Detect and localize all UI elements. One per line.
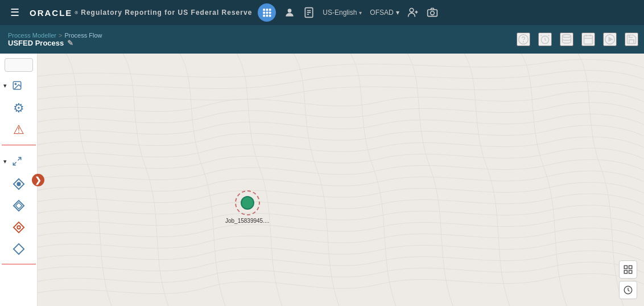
alarm-icon-button[interactable] (538, 32, 552, 46)
canvas-area[interactable]: Job_15839945.... (38, 54, 644, 306)
canvas-controls (619, 260, 637, 299)
svg-rect-44 (629, 271, 632, 274)
svg-rect-6 (263, 15, 266, 17)
fit-view-button[interactable] (619, 260, 637, 279)
canvas-background (38, 54, 644, 306)
arrows-icon (8, 152, 26, 170)
main-layout: ▾ ⚙ ⚠ ▾ (0, 54, 644, 306)
chevron-down-icon: ▾ (359, 10, 362, 16)
section2-expand-arrow: ▾ (3, 158, 7, 165)
diamond-icon-3[interactable] (10, 218, 28, 236)
camera-icon-button[interactable] (427, 7, 438, 18)
svg-rect-40 (38, 54, 644, 306)
diamond-icon-1[interactable] (10, 175, 28, 193)
svg-rect-41 (624, 266, 627, 268)
svg-rect-7 (266, 15, 269, 17)
grid-icon-button[interactable] (258, 3, 276, 22)
svg-rect-5 (269, 12, 271, 14)
svg-point-30 (15, 83, 16, 84)
svg-rect-2 (269, 9, 271, 11)
play-icon-button[interactable] (603, 32, 617, 46)
section1-header[interactable]: ▾ (0, 75, 37, 96)
diamond-icon-2[interactable] (10, 197, 28, 215)
breadcrumb-current: Process Flow (64, 32, 102, 39)
workspace-label: OFSAD (370, 9, 393, 17)
svg-marker-36 (15, 203, 22, 209)
svg-point-14 (410, 9, 414, 13)
divider-2 (2, 264, 36, 264)
breadcrumb-separator: > (59, 32, 62, 39)
svg-rect-0 (263, 9, 266, 11)
person-icon-button[interactable] (407, 7, 419, 18)
app-subtitle: Regulatory Reporting for US Federal Rese… (81, 9, 252, 17)
workspace-dropdown[interactable]: OFSAD ▾ (370, 9, 399, 17)
svg-point-20 (523, 42, 524, 42)
oracle-logo: ORACLE ® Regulatory Reporting for US Fed… (30, 8, 252, 18)
svg-point-18 (430, 11, 434, 15)
process-node[interactable]: Job_15839945.... (225, 190, 269, 224)
node-circle-inner (241, 196, 254, 210)
hamburger-button[interactable]: ☰ (6, 4, 24, 21)
svg-rect-4 (266, 12, 269, 14)
gear-icon[interactable]: ⚙ (10, 99, 28, 117)
svg-rect-3 (263, 12, 266, 14)
calendar-icon-button[interactable] (581, 32, 595, 46)
document-icon-button[interactable] (303, 7, 315, 18)
svg-rect-42 (629, 266, 632, 268)
svg-point-38 (17, 226, 20, 229)
node-label: Job_15839945.... (225, 218, 269, 224)
search-input[interactable] (5, 58, 33, 72)
language-dropdown[interactable]: US-English ▾ (323, 9, 362, 17)
svg-point-34 (17, 182, 20, 186)
search-wrap (5, 58, 33, 72)
svg-marker-39 (13, 244, 23, 254)
svg-rect-23 (584, 35, 593, 44)
svg-line-32 (13, 162, 16, 165)
reset-view-button[interactable] (619, 281, 637, 299)
diamond-icon-4[interactable] (10, 240, 28, 258)
chevron-down-icon-2: ▾ (396, 9, 399, 17)
svg-point-9 (288, 9, 292, 13)
breadcrumb-parent[interactable]: Process Modeller (8, 32, 56, 39)
language-label: US-English (323, 9, 357, 17)
breadcrumb-toolbar (517, 32, 638, 46)
warning-icon[interactable]: ⚠ (10, 121, 28, 139)
expand-sidebar-button[interactable]: ❯ (32, 174, 44, 186)
database-icon-button[interactable] (560, 32, 573, 46)
divider-1 (2, 145, 36, 145)
svg-rect-1 (266, 9, 269, 11)
edit-icon[interactable]: ✎ (67, 39, 73, 47)
svg-line-31 (18, 157, 21, 160)
help-icon-button[interactable] (517, 32, 530, 46)
svg-point-22 (563, 35, 571, 38)
svg-rect-8 (269, 15, 271, 17)
image-icon (8, 76, 26, 95)
section1-expand-arrow: ▾ (3, 82, 7, 89)
section2-header[interactable]: ▾ (0, 151, 37, 172)
save-icon-button[interactable] (625, 32, 638, 46)
top-nav: ☰ ORACLE ® Regulatory Reporting for US F… (0, 0, 644, 25)
svg-marker-37 (13, 222, 23, 232)
svg-marker-28 (609, 38, 612, 42)
svg-rect-43 (624, 271, 627, 274)
breadcrumb-bar: Process Modeller > Process Flow USFED Pr… (0, 25, 644, 54)
node-circle-outer (235, 190, 260, 215)
expand-icon: ❯ (35, 176, 42, 185)
process-name: USFED Process (8, 39, 64, 47)
user-icon-button[interactable] (284, 7, 295, 18)
oracle-text: ORACLE (30, 8, 72, 18)
nav-icons: US-English ▾ OFSAD ▾ (258, 3, 437, 22)
